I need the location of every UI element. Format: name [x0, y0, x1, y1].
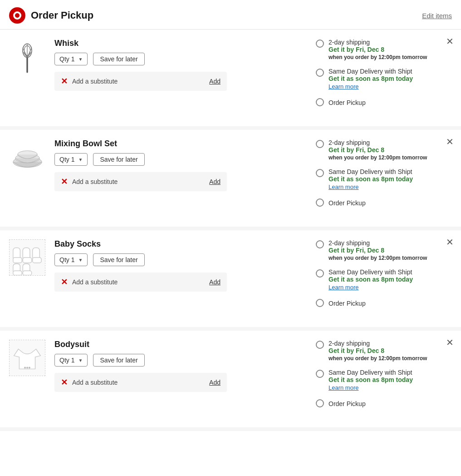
2day-note-whisk: when you order by 12:00pm tomorrow [329, 54, 427, 60]
delivery-option-2day-bodysuit: 2-day shipping Get it by Fri, Dec 8 when… [316, 340, 452, 362]
learn-more-link-mixing-bowl[interactable]: Learn more [329, 183, 413, 190]
radio-pickup-bodysuit[interactable] [316, 399, 324, 407]
2day-label-bodysuit: 2-day shipping [329, 340, 427, 347]
radio-shipt-mixing-bowl[interactable] [316, 169, 324, 177]
header-left: Order Pickup [9, 7, 93, 24]
learn-more-link-baby-socks[interactable]: Learn more [329, 284, 413, 291]
item-image-bodysuit [9, 340, 45, 376]
learn-more-link-whisk[interactable]: Learn more [329, 83, 413, 90]
pickup-label-whisk: Order Pickup [329, 99, 366, 106]
qty-label-baby-socks: Qty 1 [59, 256, 74, 263]
radio-shipt-baby-socks[interactable] [316, 269, 324, 278]
item-image-mixing-bowl [9, 139, 45, 175]
2day-date-baby-socks: Get it by Fri, Dec 8 [329, 247, 427, 254]
substitute-row-bodysuit: ✕ Add a substitute Add [54, 373, 227, 392]
shipt-date-baby-socks: Get it as soon as 8pm today [329, 276, 413, 283]
item-name-whisk: Whisk [54, 39, 298, 48]
close-button-whisk[interactable]: ✕ [446, 37, 454, 46]
qty-label-mixing-bowl: Qty 1 [59, 156, 74, 163]
svg-rect-18 [23, 258, 32, 263]
delivery-option-2day-whisk: 2-day shipping Get it by Fri, Dec 8 when… [316, 39, 452, 60]
item-name-baby-socks: Baby Socks [54, 239, 298, 249]
substitute-add-button-whisk[interactable]: Add [209, 78, 221, 85]
qty-selector-bodysuit[interactable]: Qty 1 ▼ [54, 354, 88, 367]
item-image-baby-socks [9, 239, 45, 276]
shipt-date-mixing-bowl: Get it as soon as 8pm today [329, 175, 413, 183]
item-card-mixing-bowl: ✕ Mixing Bowl Set Qty 1 ▼ [0, 130, 461, 230]
substitute-add-button-bodysuit[interactable]: Add [209, 379, 221, 386]
radio-2day-bodysuit[interactable] [316, 341, 324, 349]
item-card-baby-socks: ✕ [0, 230, 461, 331]
2day-label-baby-socks: 2-day shipping [329, 239, 427, 247]
shipt-date-bodysuit: Get it as soon as 8pm today [329, 376, 413, 383]
qty-selector-baby-socks[interactable]: Qty 1 ▼ [54, 253, 88, 266]
2day-note-bodysuit: when you order by 12:00pm tomorrow [329, 355, 427, 362]
save-for-later-button-bodysuit[interactable]: Save for later [93, 354, 144, 367]
learn-more-link-bodysuit[interactable]: Learn more [329, 384, 413, 391]
2day-label-mixing-bowl: 2-day shipping [329, 139, 427, 146]
radio-pickup-whisk[interactable] [316, 98, 324, 106]
item-controls-mixing-bowl: Qty 1 ▼ Save for later [54, 153, 298, 166]
radio-pickup-baby-socks[interactable] [316, 299, 324, 307]
item-details-whisk: Whisk Qty 1 ▼ Save for later ✕ Add a sub… [54, 39, 298, 114]
2day-label-whisk: 2-day shipping [329, 39, 427, 46]
item-details-bodysuit: Bodysuit Qty 1 ▼ Save for later ✕ Add a … [54, 340, 298, 415]
2day-note-mixing-bowl: when you order by 12:00pm tomorrow [329, 154, 427, 161]
save-for-later-button-mixing-bowl[interactable]: Save for later [93, 153, 144, 166]
delivery-option-2day-baby-socks: 2-day shipping Get it by Fri, Dec 8 when… [316, 239, 452, 261]
item-controls-baby-socks: Qty 1 ▼ Save for later [54, 253, 298, 266]
item-controls-bodysuit: Qty 1 ▼ Save for later [54, 354, 298, 367]
delivery-option-shipt-mixing-bowl: Same Day Delivery with Shipt Get it as s… [316, 168, 452, 190]
delivery-options-bodysuit: 2-day shipping Get it by Fri, Dec 8 when… [307, 340, 452, 415]
qty-label-bodysuit: Qty 1 [59, 357, 74, 364]
radio-2day-whisk[interactable] [316, 40, 324, 48]
delivery-options-baby-socks: 2-day shipping Get it by Fri, Dec 8 when… [307, 239, 452, 314]
qty-selector-mixing-bowl[interactable]: Qty 1 ▼ [54, 153, 88, 166]
item-card-bodysuit: ✕ Bodysuit Qty 1 ▼ [0, 331, 461, 431]
delivery-option-pickup-mixing-bowl: Order Pickup [316, 198, 452, 207]
delivery-option-2day-mixing-bowl: 2-day shipping Get it by Fri, Dec 8 when… [316, 139, 452, 161]
svg-rect-24 [23, 271, 32, 275]
substitute-add-button-mixing-bowl[interactable]: Add [209, 178, 221, 185]
shipt-label-bodysuit: Same Day Delivery with Shipt [329, 369, 413, 376]
substitute-row-baby-socks: ✕ Add a substitute Add [54, 273, 227, 292]
2day-note-baby-socks: when you order by 12:00pm tomorrow [329, 255, 427, 261]
qty-selector-whisk[interactable]: Qty 1 ▼ [54, 53, 88, 65]
item-image-whisk [9, 39, 45, 75]
edit-items-button[interactable]: Edit items [422, 12, 452, 20]
substitute-add-button-baby-socks[interactable]: Add [209, 278, 221, 286]
substitute-label-baby-socks: Add a substitute [72, 278, 118, 286]
substitute-x-icon-whisk: ✕ [61, 76, 68, 86]
close-button-mixing-bowl[interactable]: ✕ [446, 137, 454, 146]
substitute-left-whisk: ✕ Add a substitute [61, 76, 118, 86]
radio-shipt-whisk[interactable] [316, 69, 324, 77]
radio-2day-mixing-bowl[interactable] [316, 140, 324, 148]
svg-point-2 [15, 13, 20, 18]
radio-shipt-bodysuit[interactable] [316, 370, 324, 378]
substitute-x-icon-mixing-bowl: ✕ [61, 177, 68, 187]
delivery-options-whisk: 2-day shipping Get it by Fri, Dec 8 when… [307, 39, 452, 114]
substitute-label-mixing-bowl: Add a substitute [72, 178, 118, 185]
svg-point-28 [29, 367, 30, 369]
svg-rect-16 [13, 258, 22, 263]
radio-pickup-mixing-bowl[interactable] [316, 198, 324, 207]
svg-point-26 [24, 367, 26, 369]
items-list: ✕ Whisk [0, 30, 461, 431]
close-button-bodysuit[interactable]: ✕ [446, 338, 454, 347]
substitute-x-icon-bodysuit: ✕ [61, 377, 68, 387]
pickup-label-mixing-bowl: Order Pickup [329, 199, 366, 207]
save-for-later-button-whisk[interactable]: Save for later [93, 53, 144, 65]
delivery-option-shipt-bodysuit: Same Day Delivery with Shipt Get it as s… [316, 369, 452, 391]
chevron-down-icon-mixing-bowl: ▼ [78, 157, 83, 162]
2day-date-mixing-bowl: Get it by Fri, Dec 8 [329, 146, 427, 154]
substitute-left-mixing-bowl: ✕ Add a substitute [61, 177, 118, 187]
item-name-bodysuit: Bodysuit [54, 340, 298, 349]
close-button-baby-socks[interactable]: ✕ [446, 238, 454, 247]
delivery-option-pickup-bodysuit: Order Pickup [316, 398, 452, 407]
delivery-option-shipt-whisk: Same Day Delivery with Shipt Get it as s… [316, 68, 452, 90]
pickup-label-baby-socks: Order Pickup [329, 300, 366, 307]
qty-label-whisk: Qty 1 [59, 55, 74, 63]
radio-2day-baby-socks[interactable] [316, 240, 324, 248]
target-logo [9, 7, 25, 24]
save-for-later-button-baby-socks[interactable]: Save for later [93, 253, 144, 266]
